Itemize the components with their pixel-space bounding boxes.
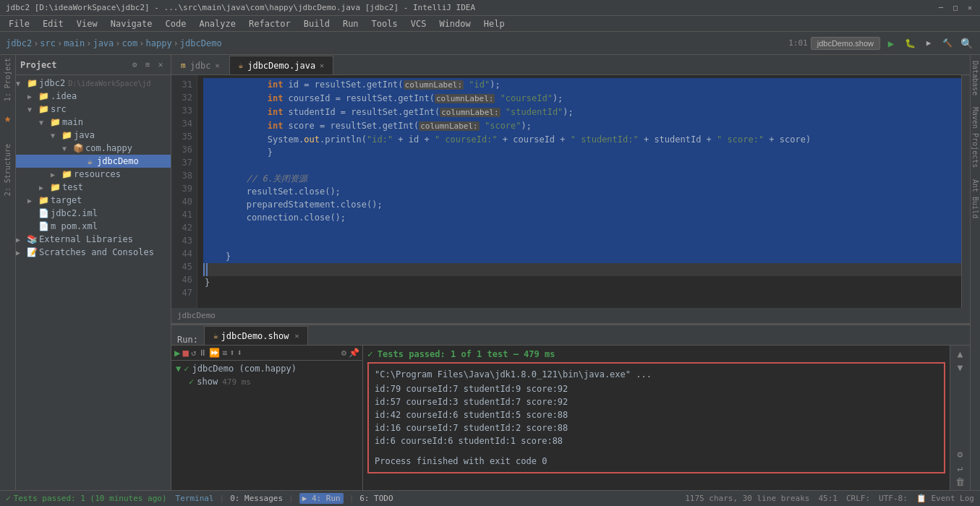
maven-panel-btn[interactable]: Maven Projects [971,101,980,173]
bc-jdbc2[interactable]: jdbc2 [6,38,32,48]
test-child-item[interactable]: ✓ show 479 ms [171,375,362,388]
tree-item-scratches[interactable]: ▶ 📝 Scratches and Consoles [16,246,171,259]
search-button[interactable]: 🔍 [958,35,974,51]
ant-panel-btn[interactable]: Ant Build [971,173,980,224]
tree-item-com-happy[interactable]: ▼ 📦 com.happy [16,142,171,155]
run-status-btn[interactable]: ▶ 4: Run [299,493,344,504]
menu-run[interactable]: Run [337,17,365,30]
tree-item-pom[interactable]: 📄 m pom.xml [16,220,171,233]
menu-code[interactable]: Code [160,17,192,30]
editor-scrollbar[interactable] [961,75,970,308]
terminal-btn[interactable]: Terminal [176,494,214,503]
tree-item-main[interactable]: ▼ 📁 main [16,116,171,129]
tree-label-test: test [62,182,83,192]
tree-item-src[interactable]: ▼ 📁 src [16,103,171,116]
sidebar-gear-icon[interactable]: ⚙ [129,59,140,71]
sidebar-header: Project ⚙ ≡ ✕ [16,55,171,75]
bottom-tab-run[interactable]: ☕ jdbcDemo.show ✕ [204,326,309,345]
database-panel-btn[interactable]: Database [971,55,980,101]
bc-main[interactable]: main [64,38,85,48]
minimize-button[interactable]: ─ [937,4,945,12]
menu-view[interactable]: View [71,17,103,30]
status-encoding: UTF-8: [879,494,908,503]
menu-navigate[interactable]: Navigate [105,17,158,30]
maximize-button[interactable]: □ [951,4,960,12]
event-log-btn[interactable]: 📋 Event Log [916,494,974,503]
tree-item-test[interactable]: ▶ 📁 test [16,181,171,194]
bc-com[interactable]: com [122,38,138,48]
todo-btn[interactable]: 6: TODO [359,494,393,503]
tree-arrow-test: ▶ [39,184,49,192]
menu-window[interactable]: Window [433,17,476,30]
breadcrumb-jdbcDemo: jdbcDemo [177,311,216,320]
menu-analyze[interactable]: Analyze [193,17,242,30]
tree-label-scratches: Scratches and Consoles [39,247,154,257]
tree-item-iml[interactable]: 📄 jdbc2.iml [16,207,171,220]
bottom-tab-bar: Run: ☕ jdbcDemo.show ✕ [171,325,970,346]
output-line-3: id:42 courseId:6 studentId:5 score:88 [375,408,938,421]
sidebar-actions: ⚙ ≡ ✕ [129,59,166,71]
project-stripe-btn[interactable]: 1: Project [4,58,12,101]
run-pin-btn[interactable]: 📌 [349,348,359,358]
sidebar-settings-icon[interactable]: ≡ [142,59,153,71]
tab-jdbcDemo[interactable]: ☕ jdbcDemo.java ✕ [229,56,334,74]
output-line-4: id:16 courseId:7 studentId:2 score:88 [375,421,938,434]
test-root-label: jdbcDemo (com.happy) [192,364,297,374]
rerun-failed-btn[interactable]: ↺ [191,348,196,358]
tree-item-jdbcDemo[interactable]: ☕ jdbcDemo [16,155,171,168]
favorites-btn[interactable]: ★ [4,111,12,125]
output-settings-btn[interactable]: ⚙ [958,449,963,460]
code-line-44: } [203,250,961,263]
class-icon-jdbcDemo: ☕ [84,155,95,167]
tab-label-jdbcDemo: jdbcDemo.java [247,61,315,71]
menu-vcs[interactable]: VCS [405,17,433,30]
build-button[interactable]: 🔨 [939,35,955,51]
tree-item-ext-libs[interactable]: ▶ 📚 External Libraries [16,233,171,246]
run-tab-label: jdbcDemo.show [221,331,289,341]
menu-file[interactable]: File [3,17,35,30]
scroll-up-btn[interactable]: ▲ [958,348,963,359]
menu-tools[interactable]: Tools [366,17,404,30]
sidebar-close-icon[interactable]: ✕ [155,59,166,71]
run-settings-btn[interactable]: ⚙ [341,348,346,358]
tree-item-target[interactable]: ▶ 📁 target [16,194,171,207]
soft-wrap-btn[interactable]: ↵ [958,463,963,473]
tree-item-jdbc2[interactable]: ▼ 📁 jdbc2 D:\ideaWorkSpace\jd [16,77,171,90]
stop-button[interactable]: ■ [182,347,188,359]
tab-m-jdbc[interactable]: m jdbc ✕ [171,56,229,74]
menu-help[interactable]: Help [478,17,511,30]
menu-build[interactable]: Build [298,17,336,30]
clear-btn[interactable]: 🗑 [955,476,965,487]
messages-btn[interactable]: 0: Messages [230,494,283,503]
bc-happy[interactable]: happy [145,38,171,48]
scroll-down-btn[interactable]: ▼ [958,362,963,373]
collapse-all-btn[interactable]: ⬇ [237,348,242,358]
bc-src[interactable]: src [40,38,56,48]
tree-item-resources[interactable]: ▶ 📁 resources [16,168,171,181]
run-tab-close[interactable]: ✕ [294,332,299,340]
tab-close-jdbc[interactable]: ✕ [216,61,220,69]
bc-java[interactable]: java [93,38,114,48]
expand-all-btn[interactable]: ⬆ [229,348,234,358]
menu-refactor[interactable]: Refactor [243,17,297,30]
structure-stripe-btn[interactable]: 2: Structure [4,144,12,196]
tree-item-java[interactable]: ▼ 📁 java [16,129,171,142]
run-config-selector[interactable]: jdbcDemo.show [811,37,880,50]
toggle-tree-btn[interactable]: ≡ [222,348,227,358]
code-editor[interactable]: 31 32 33 34 35 36 37 38 39 40 41 42 43 4… [171,75,970,308]
debug-button[interactable]: 🐛 [902,35,918,51]
close-button[interactable]: ✕ [966,4,974,12]
test-root-item[interactable]: ▼ ✓ jdbcDemo (com.happy) [171,362,362,375]
tab-close-jdbcDemo[interactable]: ✕ [320,61,324,69]
rerun-button[interactable]: ▶ [174,347,180,359]
scroll-to-end-btn[interactable]: ⏩ [209,348,220,358]
run-button[interactable]: ▶ [883,35,899,51]
bc-jdbcDemo[interactable]: jdbcDemo [180,38,222,48]
pause-btn[interactable]: ⏸ [198,348,207,358]
title-bar-text: jdbc2 [D:\ideaWorkSpace\jdbc2] - ...\src… [6,3,475,12]
run-label[interactable]: Run: [171,335,204,345]
coverage-button[interactable]: ▶ [921,35,937,51]
tree-item-idea[interactable]: ▶ 📁 .idea [16,90,171,103]
menu-edit[interactable]: Edit [37,17,69,30]
code-line-36: } [203,146,961,159]
